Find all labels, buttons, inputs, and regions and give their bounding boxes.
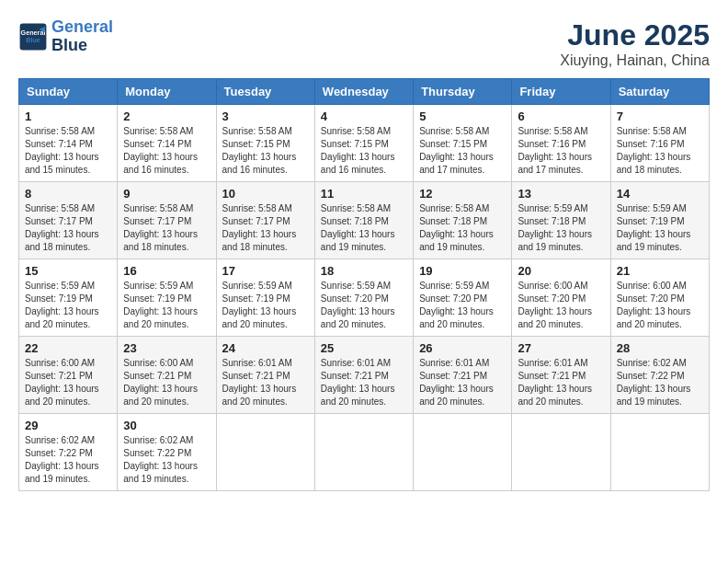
table-row: 7Sunrise: 5:58 AMSunset: 7:16 PMDaylight… xyxy=(610,105,709,182)
table-row: 25Sunrise: 6:01 AMSunset: 7:21 PMDayligh… xyxy=(314,337,413,414)
calendar-table: Sunday Monday Tuesday Wednesday Thursday… xyxy=(18,78,710,491)
table-row: 9Sunrise: 5:58 AMSunset: 7:17 PMDaylight… xyxy=(118,182,216,259)
table-row: 11Sunrise: 5:58 AMSunset: 7:18 PMDayligh… xyxy=(314,182,413,259)
header-monday: Monday xyxy=(118,79,216,105)
table-row: 21Sunrise: 6:00 AMSunset: 7:20 PMDayligh… xyxy=(610,259,709,337)
week-row-5: 29Sunrise: 6:02 AMSunset: 7:22 PMDayligh… xyxy=(19,414,710,491)
week-row-4: 22Sunrise: 6:00 AMSunset: 7:21 PMDayligh… xyxy=(19,337,710,414)
title-section: June 2025 Xiuying, Hainan, China xyxy=(560,18,710,69)
table-row xyxy=(414,414,512,491)
table-row: 18Sunrise: 5:59 AMSunset: 7:20 PMDayligh… xyxy=(314,259,413,337)
table-row xyxy=(314,414,413,491)
svg-text:Blue: Blue xyxy=(26,36,40,44)
week-row-2: 8Sunrise: 5:58 AMSunset: 7:17 PMDaylight… xyxy=(19,182,710,259)
month-title: June 2025 xyxy=(560,18,710,52)
table-row: 4Sunrise: 5:58 AMSunset: 7:15 PMDaylight… xyxy=(314,105,413,182)
table-row: 26Sunrise: 6:01 AMSunset: 7:21 PMDayligh… xyxy=(414,337,512,414)
table-row xyxy=(610,414,709,491)
table-row: 15Sunrise: 5:59 AMSunset: 7:19 PMDayligh… xyxy=(19,259,118,337)
table-row: 29Sunrise: 6:02 AMSunset: 7:22 PMDayligh… xyxy=(19,414,118,491)
table-row: 13Sunrise: 5:59 AMSunset: 7:18 PMDayligh… xyxy=(512,182,610,259)
header-sunday: Sunday xyxy=(19,79,118,105)
week-row-1: 1Sunrise: 5:58 AMSunset: 7:14 PMDaylight… xyxy=(19,105,710,182)
logo-text-line2: Blue xyxy=(51,37,113,55)
table-row: 12Sunrise: 5:58 AMSunset: 7:18 PMDayligh… xyxy=(414,182,512,259)
table-row: 16Sunrise: 5:59 AMSunset: 7:19 PMDayligh… xyxy=(118,259,216,337)
page-header: General Blue General Blue June 2025 Xiuy… xyxy=(18,18,710,69)
location-title: Xiuying, Hainan, China xyxy=(560,52,710,69)
header-thursday: Thursday xyxy=(414,79,512,105)
table-row: 2Sunrise: 5:58 AMSunset: 7:14 PMDaylight… xyxy=(118,105,216,182)
table-row: 28Sunrise: 6:02 AMSunset: 7:22 PMDayligh… xyxy=(610,337,709,414)
table-row: 24Sunrise: 6:01 AMSunset: 7:21 PMDayligh… xyxy=(216,337,314,414)
table-row: 20Sunrise: 6:00 AMSunset: 7:20 PMDayligh… xyxy=(512,259,610,337)
table-row: 17Sunrise: 5:59 AMSunset: 7:19 PMDayligh… xyxy=(216,259,314,337)
header-wednesday: Wednesday xyxy=(314,79,413,105)
table-row: 27Sunrise: 6:01 AMSunset: 7:21 PMDayligh… xyxy=(512,337,610,414)
table-row: 19Sunrise: 5:59 AMSunset: 7:20 PMDayligh… xyxy=(414,259,512,337)
week-row-3: 15Sunrise: 5:59 AMSunset: 7:19 PMDayligh… xyxy=(19,259,710,337)
table-row: 23Sunrise: 6:00 AMSunset: 7:21 PMDayligh… xyxy=(118,337,216,414)
table-row: 10Sunrise: 5:58 AMSunset: 7:17 PMDayligh… xyxy=(216,182,314,259)
table-row xyxy=(512,414,610,491)
table-row: 1Sunrise: 5:58 AMSunset: 7:14 PMDaylight… xyxy=(19,105,118,182)
table-row: 5Sunrise: 5:58 AMSunset: 7:15 PMDaylight… xyxy=(414,105,512,182)
logo-text-line1: General xyxy=(51,18,113,37)
weekday-header-row: Sunday Monday Tuesday Wednesday Thursday… xyxy=(19,79,710,105)
header-tuesday: Tuesday xyxy=(216,79,314,105)
header-friday: Friday xyxy=(512,79,610,105)
table-row: 8Sunrise: 5:58 AMSunset: 7:17 PMDaylight… xyxy=(19,182,118,259)
table-row: 6Sunrise: 5:58 AMSunset: 7:16 PMDaylight… xyxy=(512,105,610,182)
logo: General Blue General Blue xyxy=(18,18,113,55)
table-row: 30Sunrise: 6:02 AMSunset: 7:22 PMDayligh… xyxy=(118,414,216,491)
table-row: 14Sunrise: 5:59 AMSunset: 7:19 PMDayligh… xyxy=(610,182,709,259)
logo-icon: General Blue xyxy=(18,22,48,52)
table-row: 22Sunrise: 6:00 AMSunset: 7:21 PMDayligh… xyxy=(19,337,118,414)
header-saturday: Saturday xyxy=(610,79,709,105)
table-row xyxy=(216,414,314,491)
table-row: 3Sunrise: 5:58 AMSunset: 7:15 PMDaylight… xyxy=(216,105,314,182)
